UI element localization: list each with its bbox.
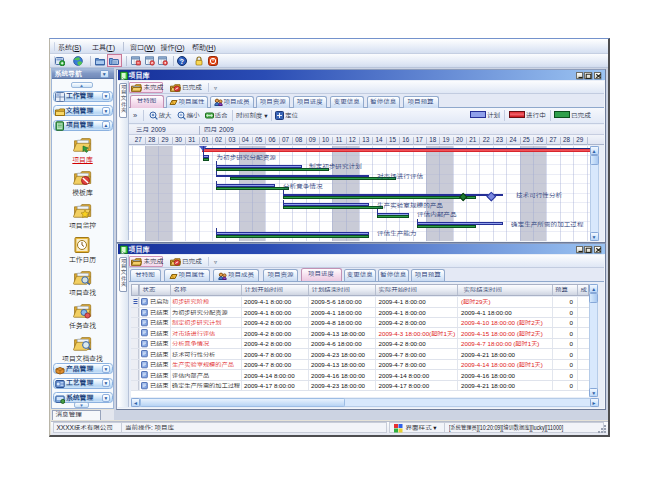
svg-text:?: ? [180, 57, 184, 64]
